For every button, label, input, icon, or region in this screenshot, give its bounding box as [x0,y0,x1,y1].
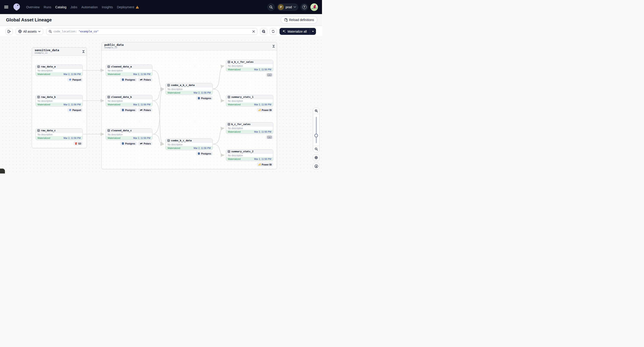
asset-node-raw-data-c[interactable]: raw_data_c No description MaterializedMa… [36,128,83,140]
global-search-button[interactable] [267,3,275,11]
search-query-value: "example_co" [78,30,98,33]
asset-node-cleaned-data-a[interactable]: cleaned_data_a No description Materializ… [106,64,152,76]
kind-tag-postgres[interactable]: Postgres [120,141,137,146]
materialize-all-label: Materialize all [288,30,307,33]
asset-node-combo-b-c-data[interactable]: combo_b_c_data No description Materializ… [166,138,213,150]
kind-tag-powerbi[interactable]: Power BI [257,108,273,112]
chevron-down-icon [38,31,40,32]
asset-filter-dropdown[interactable]: All assets [16,28,43,35]
asset-timestamp[interactable]: Mar 2, 11:56 PM [254,68,271,71]
help-button[interactable]: ? [300,3,308,11]
materialize-all-button[interactable]: Materialize all [280,28,310,35]
nav-item-jobs[interactable]: Jobs [70,5,77,9]
asset-timestamp[interactable]: Mar 2, 11:56 PM [133,73,150,75]
asset-timestamp[interactable]: Mar 2, 11:56 PM [194,91,211,94]
asset-node-combo-a-b-c-data[interactable]: combo_a_b_c_data No description Material… [166,83,213,95]
asset-timestamp[interactable]: Mar 2, 11:56 PM [64,73,81,75]
kind-tag-powerbi[interactable]: Power BI [257,162,273,167]
kind-tag-s3[interactable]: S3 [73,141,83,146]
asset-node-summary-stats-1[interactable]: summary_stats_1 No description Materiali… [226,95,273,106]
graph-settings-button[interactable] [313,154,320,161]
lineage-canvas[interactable]: sensitive_data example_co public_data ex… [0,37,322,173]
zoom-slider[interactable] [313,114,319,146]
kind-tag-polars[interactable]: Polars [138,108,152,112]
group-header-public-data[interactable]: public_data example_co [102,42,277,50]
kind-tag-label: Polars [144,109,151,111]
reload-definitions-button[interactable]: Reload definitions [281,16,317,24]
hamburger-menu-icon[interactable] [4,5,8,9]
asset-name: a_b_c_for_sales [231,60,254,63]
caret-down-icon [312,31,314,32]
kind-tag-csv[interactable]: csv [266,73,273,77]
kind-tag-postgres[interactable]: Postgres [196,151,213,156]
asset-node-cleaned-data-c[interactable]: cleaned_data_c No description Materializ… [106,128,152,140]
asset-name: raw_data_a [41,65,56,68]
asset-timestamp[interactable]: Mar 2, 11:56 PM [254,158,271,160]
kind-tag-label: Power BI [262,109,272,111]
collapse-group-icon[interactable] [82,50,85,53]
table-icon [167,139,170,142]
open-sidebar-button[interactable] [6,28,13,35]
nav-item-automation[interactable]: Automation [81,5,98,9]
user-avatar[interactable] [310,3,318,11]
sparkles-icon [282,30,286,33]
asset-search-input[interactable]: code_location:"example_co" [46,28,258,35]
zoom-slider-handle[interactable] [314,134,318,137]
refresh-graph-button[interactable] [270,28,277,35]
kind-tag-label: Parquet [72,109,81,111]
nav-item-runs[interactable]: Runs [44,5,51,9]
kind-tag-parquet[interactable]: Parquet [67,77,83,82]
group-name: sensitive_data [35,48,84,52]
kind-tag-parquet[interactable]: Parquet [67,108,83,112]
asset-node-b-c-for-sales[interactable]: b_c_for_sales No description Materialize… [226,122,273,134]
asset-node-raw-data-a[interactable]: raw_data_a No description MaterializedMa… [36,64,83,76]
asset-node-summary-stats-2[interactable]: summary_stats_2 No description Materiali… [226,149,273,161]
kind-tag-postgres[interactable]: Postgres [120,108,137,112]
asset-description: No description [36,133,82,136]
zoom-in-button[interactable] [313,108,319,114]
reload-definitions-label: Reload definitions [289,18,314,22]
kind-tag-csv[interactable]: csv [266,135,273,139]
nav-item-overview[interactable]: Overview [26,5,40,9]
kind-tag-polars[interactable]: Polars [138,141,152,146]
group-header-sensitive-data[interactable]: sensitive_data example_co [32,47,87,56]
polars-icon [140,79,143,81]
asset-timestamp[interactable]: Mar 2, 11:56 PM [254,130,271,133]
table-icon [108,129,110,132]
table-icon [228,61,230,63]
asset-timestamp[interactable]: Mar 2, 11:56 PM [254,103,271,106]
kind-tag-postgres[interactable]: Postgres [196,96,213,100]
materialize-options-button[interactable] [310,28,316,35]
search-icon [269,5,273,9]
download-icon [314,164,318,168]
asset-node-cleaned-data-b[interactable]: cleaned_data_b No description Materializ… [106,95,152,106]
asset-timestamp[interactable]: Mar 2, 11:56 PM [64,137,81,139]
nav-item-catalog[interactable]: Catalog [55,5,66,9]
asset-timestamp[interactable]: Mar 2, 11:56 PM [194,147,211,149]
asset-node-raw-data-b[interactable]: raw_data_b No description MaterializedMa… [36,95,83,106]
nav-item-deployment[interactable]: Deployment [117,5,139,9]
collapse-group-icon[interactable] [272,45,275,48]
lineage-toolbar: All assets code_location:"example_co" [0,26,322,37]
globe-plus-icon [262,30,266,33]
kind-tag-postgres[interactable]: Postgres [120,77,137,82]
workspace-switcher[interactable]: P prod [277,3,298,11]
asset-timestamp[interactable]: Mar 2, 11:56 PM [133,103,150,106]
gear-icon [314,156,318,159]
asset-timestamp[interactable]: Mar 2, 11:56 PM [133,137,150,139]
zoom-slider-track[interactable] [316,117,317,143]
dagster-logo[interactable] [12,2,21,11]
nav-item-insights[interactable]: Insights [102,5,113,9]
download-graph-button[interactable] [313,163,320,169]
asset-timestamp[interactable]: Mar 2, 11:56 PM [64,103,81,106]
clear-search-icon[interactable] [252,30,255,33]
chevron-down-icon [294,6,296,8]
kind-tag-label: S3 [78,142,81,145]
zoom-out-button[interactable] [313,146,319,152]
kind-tag-label: Power BI [262,163,272,166]
filter-to-group-button[interactable] [260,28,267,35]
asset-status: Materialized [38,137,50,139]
nav-menu: Overview Runs Catalog Jobs Automation In… [26,5,139,9]
asset-node-a-b-c-for-sales[interactable]: a_b_c_for_sales No description Materiali… [226,60,273,71]
kind-tag-polars[interactable]: Polars [138,77,152,82]
